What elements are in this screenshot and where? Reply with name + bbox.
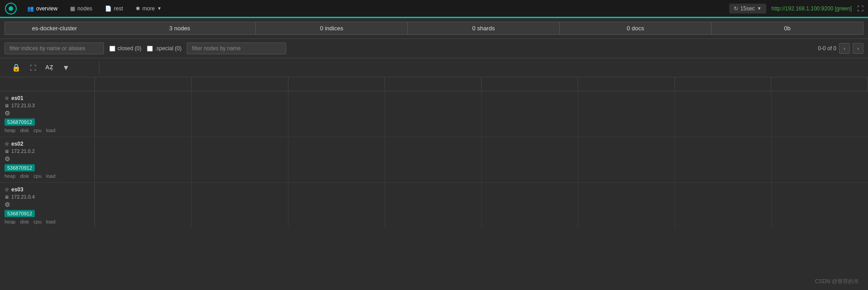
metric-heap: heap [5,173,15,179]
server-icon: 🖥 [5,103,9,108]
star-icon[interactable]: ☆ [5,141,9,147]
node-name: ☆ es03 [5,186,90,193]
docs-count: 0 docs [560,22,712,35]
index-cell [192,183,288,228]
index-cell [95,137,192,182]
metric-disk: disk [20,128,29,133]
lock-icon: 🔒 [12,63,21,72]
index-cell [482,91,579,137]
closed-checkbox[interactable] [109,46,115,52]
nodes-icon: ▦ [70,5,75,12]
refresh-button[interactable]: ↻ 15sec ▼ [729,4,766,14]
index-cell [385,137,482,182]
metric-cpu: cpu [33,128,42,133]
node-metrics: heapdiskcpuload [5,219,90,224]
cluster-name: es-docker-cluster [5,22,104,35]
filter-bar: closed (0) .special (0) 0-0 of 0 ‹ › [0,39,868,58]
fullscreen-icon[interactable]: ⛶ [857,5,863,12]
index-cells [95,91,868,137]
pagination: 0-0 of 0 ‹ › [818,43,863,54]
metric-cpu: cpu [33,219,42,224]
lock-button[interactable]: 🔒 [9,62,24,74]
pagination-prev-button[interactable]: ‹ [839,43,850,54]
star-icon[interactable]: ☆ [5,95,9,101]
node-ip: 🖥 172.21.0.2 [5,148,90,154]
indices-count: 0 indices [256,22,408,35]
more-icon: ✱ [136,5,140,12]
sort-button[interactable]: AZ ↕ [42,61,56,74]
node-badge: 536870912 [5,164,35,171]
node-rows: ☆ es01 🖥 172.21.0.3 ⚙ 536870912 heapdisk… [0,91,868,228]
nav-nodes[interactable]: ▦ nodes [65,3,98,14]
shard-icon: ⚙ [5,155,90,162]
summary-bar: es-docker-cluster 3 nodes 0 indices 0 sh… [0,18,868,39]
index-cells [95,137,868,182]
index-cell [482,183,579,228]
main-grid: ☆ es01 🖥 172.21.0.3 ⚙ 536870912 heapdisk… [0,77,868,228]
special-filter-checkbox[interactable]: .special (0) [147,45,182,52]
index-cell [772,91,868,137]
index-cell [578,137,675,182]
chevron-down-icon: ▼ [157,6,161,11]
toolbar: 🔒 ⛶ AZ ↕ ▼ [0,58,868,77]
server-icon: 🖥 [5,195,9,200]
app-logo[interactable] [5,2,17,15]
nav-right: ↻ 15sec ▼ http://192.168.1.100:9200 [gre… [729,4,863,14]
index-cell [385,91,482,137]
index-cells [95,183,868,228]
shard-icon: ⚙ [5,109,90,117]
table-row: ☆ es03 🖥 172.21.0.4 ⚙ 536870912 heapdisk… [0,183,868,228]
index-cell [772,183,868,228]
pagination-next-button[interactable]: › [853,43,863,54]
node-name: ☆ es02 [5,141,90,147]
metric-heap: heap [5,128,15,133]
index-cell [578,183,675,228]
metric-load: load [46,219,56,224]
nav-items: 👥 overview ▦ nodes 📄 rest ✱ more ▼ [22,3,729,14]
dropdown-icon: ▼ [62,64,70,72]
node-cell-es02: ☆ es02 🖥 172.21.0.2 ⚙ 536870912 heapdisk… [0,137,95,182]
index-filter-input[interactable] [5,43,104,54]
index-cell [288,183,385,228]
metric-load: load [46,128,56,133]
overview-icon: 👥 [27,5,34,12]
table-row: ☆ es02 🖥 172.21.0.2 ⚙ 536870912 heapdisk… [0,137,868,183]
expand-icon: ⛶ [30,64,36,71]
metric-heap: heap [5,219,15,224]
index-cell [288,137,385,182]
node-ip: 🖥 172.21.0.4 [5,194,90,200]
size-count: 0b [712,22,863,35]
metric-cpu: cpu [33,173,42,179]
server-icon: 🖥 [5,149,9,154]
metric-disk: disk [20,219,29,224]
index-cell [675,137,772,182]
index-cell [192,91,288,137]
index-cell [288,91,385,137]
nav-more[interactable]: ✱ more ▼ [130,3,167,14]
node-ip: 🖥 172.21.0.3 [5,103,90,108]
metric-disk: disk [20,173,29,179]
shards-count: 0 shards [408,22,560,35]
nav-rest[interactable]: 📄 rest [99,3,128,14]
svg-point-1 [9,6,13,11]
nav-overview[interactable]: 👥 overview [22,3,63,14]
refresh-chevron-icon: ▼ [757,6,762,11]
top-navigation: 👥 overview ▦ nodes 📄 rest ✱ more ▼ ↻ 15s… [0,0,868,18]
expand-button[interactable]: ⛶ [27,62,39,73]
index-cell [192,137,288,182]
filter-dropdown-button[interactable]: ▼ [60,62,72,74]
index-cell [385,183,482,228]
table-row: ☆ es01 🖥 172.21.0.3 ⚙ 536870912 heapdisk… [0,91,868,137]
index-cell [675,91,772,137]
index-cell [95,183,192,228]
rest-icon: 📄 [105,5,112,12]
index-cell [772,137,868,182]
star-icon[interactable]: ☆ [5,187,9,193]
closed-filter-checkbox[interactable]: closed (0) [109,45,142,52]
index-cell [95,91,192,137]
special-checkbox[interactable] [147,46,153,52]
node-badge: 536870912 [5,210,35,217]
nodes-filter-input[interactable] [187,43,286,54]
nodes-count: 3 nodes [104,22,256,35]
node-name: ☆ es01 [5,95,90,101]
